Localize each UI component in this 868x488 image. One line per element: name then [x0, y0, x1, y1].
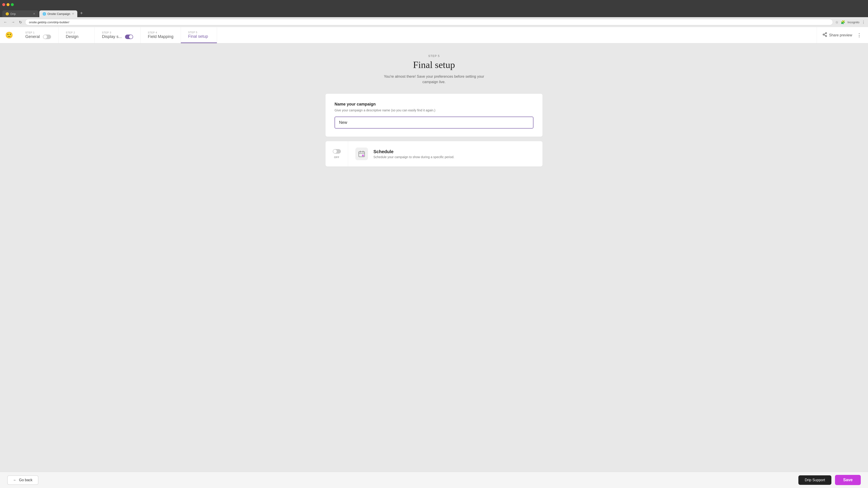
app-header: 🙂 STEP 1 General STEP 2 Design STEP 3: [0, 27, 868, 43]
step-1-label: STEP 1: [25, 31, 51, 34]
save-button[interactable]: Save: [835, 475, 861, 485]
name-campaign-card-title: Name your campaign: [335, 102, 533, 107]
more-options-icon[interactable]: ⋮: [862, 20, 865, 24]
step-1-toggle-track[interactable]: [43, 35, 51, 39]
back-button[interactable]: ←: [3, 19, 8, 25]
go-back-arrow-icon: ←: [13, 478, 17, 482]
tab-drip[interactable]: 🙂 Drip ✕: [2, 10, 38, 17]
step-1-toggle-thumb: [43, 35, 47, 39]
step-3-toggle[interactable]: [125, 35, 133, 39]
step-3-toggle-track[interactable]: [125, 35, 133, 39]
go-back-label: Go back: [19, 478, 33, 482]
step-1-toggle[interactable]: [43, 35, 51, 39]
step-5-nav[interactable]: STEP 5 Final setup: [181, 27, 217, 43]
titlebar: [0, 0, 868, 9]
tab-drip-close[interactable]: ✕: [33, 12, 35, 15]
step-4-label: STEP 4: [148, 31, 174, 34]
share-preview-label: Share preview: [829, 33, 852, 37]
minimize-window-button[interactable]: [6, 3, 9, 6]
drip-logo: 🙂: [5, 31, 13, 39]
step-1-name: General: [25, 34, 40, 39]
reload-button[interactable]: ↻: [18, 19, 23, 25]
step-3-nav[interactable]: STEP 3 Display s...: [95, 27, 141, 43]
tab-drip-label: Drip: [10, 12, 16, 15]
schedule-icon-wrap: [355, 148, 368, 160]
maximize-window-button[interactable]: [11, 3, 14, 6]
tab-onsite-close[interactable]: ✕: [72, 12, 74, 15]
schedule-card: OFF Schedule Schedule your campaign to s…: [326, 141, 542, 166]
browser-chrome: 🙂 Drip ✕ 🌐 Onsite Campaign ✕ + ← → ↻ ☆ 🧩…: [0, 0, 868, 27]
step-3-toggle-thumb: [129, 35, 133, 39]
svg-rect-5: [359, 152, 365, 157]
step-header: STEP 5 Final setup You're almost there! …: [380, 54, 488, 85]
step-2-label: STEP 2: [66, 31, 87, 34]
tabs-bar: 🙂 Drip ✕ 🌐 Onsite Campaign ✕ +: [0, 9, 868, 17]
drip-support-button[interactable]: Drip Support: [798, 475, 831, 485]
schedule-toggle-track[interactable]: [333, 149, 341, 154]
address-bar: ← → ↻ ☆ 🧩 Incognito ⋮: [0, 17, 868, 27]
schedule-toggle-label: OFF: [334, 156, 340, 159]
schedule-toggle-col: OFF: [326, 141, 348, 166]
tab-onsite[interactable]: 🌐 Onsite Campaign ✕: [39, 10, 77, 17]
window-controls: [2, 3, 14, 6]
steps-nav: STEP 1 General STEP 2 Design STEP 3 Disp…: [18, 27, 817, 43]
more-menu-button[interactable]: ⋮: [856, 31, 863, 39]
go-back-button[interactable]: ← Go back: [7, 475, 38, 485]
step-1-nav[interactable]: STEP 1 General: [18, 27, 59, 43]
schedule-text: Schedule Schedule your campaign to show …: [373, 149, 454, 159]
tab-drip-favicon: 🙂: [5, 12, 8, 15]
schedule-content: Schedule Schedule your campaign to show …: [348, 141, 542, 166]
bookmark-icon[interactable]: ☆: [835, 20, 838, 24]
tab-onsite-label: Onsite Campaign: [48, 12, 70, 15]
svg-line-4: [824, 33, 826, 34]
svg-line-3: [824, 35, 826, 36]
schedule-description: Schedule your campaign to show during a …: [373, 155, 454, 159]
schedule-toggle-thumb: [333, 150, 337, 153]
step-2-name: Design: [66, 34, 87, 39]
logo-area: 🙂: [0, 27, 18, 43]
step-number-label: STEP 5: [380, 54, 488, 58]
new-tab-button[interactable]: +: [78, 11, 85, 16]
step-2-nav[interactable]: STEP 2 Design: [59, 27, 95, 43]
extensions-icon[interactable]: 🧩: [841, 20, 845, 24]
schedule-toggle-wrapper[interactable]: [333, 149, 341, 155]
calendar-icon: [358, 150, 365, 158]
campaign-name-input[interactable]: [335, 117, 533, 129]
bottom-right: Drip Support Save: [798, 475, 861, 485]
name-campaign-card-desc: Give your campaign a descriptive name (s…: [335, 108, 533, 112]
close-window-button[interactable]: [2, 3, 5, 6]
schedule-title: Schedule: [373, 149, 454, 154]
share-icon: [822, 32, 827, 38]
step-5-name: Final setup: [188, 34, 210, 39]
step-4-nav[interactable]: STEP 4 Field Mapping: [141, 27, 181, 43]
step-4-name: Field Mapping: [148, 34, 174, 39]
step-3-label: STEP 3: [102, 31, 133, 34]
tab-onsite-favicon: 🌐: [42, 12, 46, 15]
header-right: Share preview ⋮: [817, 27, 868, 43]
address-actions: ☆ 🧩 Incognito ⋮: [835, 20, 865, 24]
step-3-name: Display s...: [102, 34, 122, 39]
step-description: You're almost there! Save your preferenc…: [380, 74, 488, 85]
step-title: Final setup: [380, 59, 488, 70]
main-content: STEP 5 Final setup You're almost there! …: [0, 43, 868, 487]
step-5-label: STEP 5: [188, 31, 210, 34]
bottom-bar: ← Go back Drip Support Save: [0, 472, 868, 488]
forward-button[interactable]: →: [10, 19, 16, 25]
incognito-label: Incognito: [847, 21, 860, 24]
name-campaign-card: Name your campaign Give your campaign a …: [326, 94, 542, 137]
share-preview-button[interactable]: Share preview: [822, 32, 852, 38]
address-input[interactable]: [25, 19, 833, 25]
